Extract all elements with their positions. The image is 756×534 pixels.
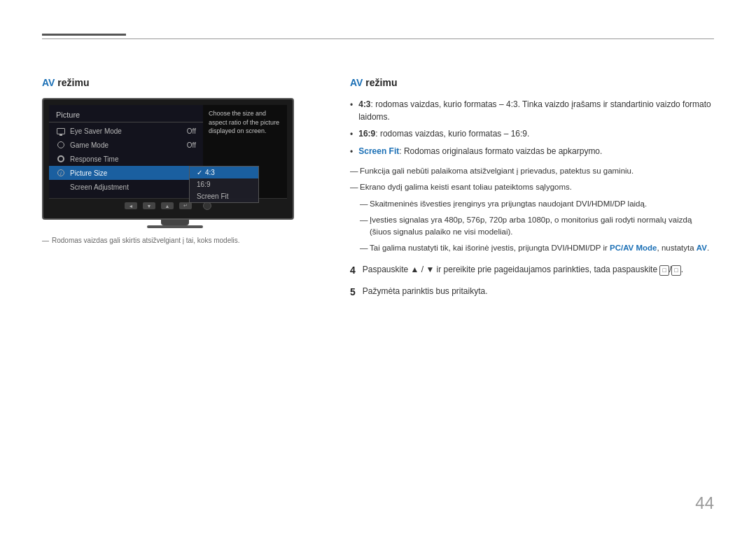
note-text-end: . [707, 244, 709, 252]
osd-item-value: Off [187, 127, 196, 135]
note-line-2: Ekrano dydį galima keisti esant toliau p… [350, 181, 714, 193]
note-text-before: Tai galima nustatyti tik, kai išorinė įv… [370, 244, 610, 252]
note-line-indent-1: Skaitmeninės išvesties įrenginys yra pri… [350, 198, 714, 210]
bullet-body: : rodomas vaizdas, kurio formatas – 16:9… [375, 129, 529, 139]
submenu-label: Screen Fit [197, 192, 229, 200]
note-highlight-av: AV [696, 244, 707, 252]
bullet-item-screenfit: • Screen Fit: Rodomas originalaus format… [350, 145, 714, 158]
osd-item-label: Response Time [70, 155, 118, 163]
bullet-item-43: • 4:3: rodomas vaizdas, kurio formatas –… [350, 98, 714, 123]
submenu-item-screenfit[interactable]: Screen Fit [190, 190, 258, 202]
submenu-item-169[interactable]: 16:9 [190, 178, 258, 190]
osd-menu: Picture Eye Saver Mode Off [49, 105, 203, 198]
step-num-4: 4 [350, 263, 356, 278]
ctrl-down[interactable]: ▼ [143, 202, 155, 209]
bullet-list: • 4:3: rodomas vaizdas, kurio formatas –… [350, 98, 714, 158]
av-label-right: AV [350, 77, 363, 88]
page-container: AV režimu Picture Eye Saver Mode [0, 0, 756, 534]
top-rule [42, 38, 714, 39]
step-num-5: 5 [350, 285, 356, 300]
bullet-dot: • [350, 128, 353, 141]
bullet-body: : rodomas vaizdas, kurio formatas – 4:3.… [358, 99, 711, 122]
ctrl-up[interactable]: ▲ [161, 202, 174, 209]
submenu-label: 4:3 [205, 169, 215, 176]
osd-item-label: Picture Size [70, 169, 107, 177]
left-section-title: AV režimu [42, 77, 308, 88]
bullet-label-bold: 4:3 [358, 99, 370, 109]
osd-item-picture-size[interactable]: i Picture Size ✓ 4:3 16:9 [49, 166, 203, 180]
right-column: AV režimu • 4:3: rodomas vaizdas, kurio … [336, 77, 714, 307]
bullet-text: Screen Fit: Rodomas originalaus formato … [358, 145, 602, 157]
step-row-4: 4 Paspauskite ▲ / ▼ ir pereikite prie pa… [350, 263, 714, 278]
step-text-4: Paspauskite ▲ / ▼ ir pereikite prie page… [363, 263, 683, 276]
check-icon: ✓ [197, 169, 202, 176]
left-column: AV režimu Picture Eye Saver Mode [42, 77, 308, 307]
osd-item-value: Off [187, 141, 196, 149]
bullet-text: 4:3: rodomas vaizdas, kurio formatas – 4… [358, 98, 714, 123]
gear-icon [56, 154, 66, 164]
right-title-suffix: režimu [363, 77, 397, 88]
btn-icon-1: □ [659, 265, 668, 276]
bullet-label-bold-highlight: Screen Fit [358, 146, 399, 156]
submenu-item-43[interactable]: ✓ 4:3 [190, 167, 258, 178]
osd-item-label: Eye Saver Mode [70, 127, 122, 135]
osd-item-label: Game Mode [70, 141, 108, 149]
osd-item-eye-saver[interactable]: Eye Saver Mode Off [49, 124, 203, 138]
note-line-indent-3: Tai galima nustatyti tik, kai išorinė įv… [350, 242, 714, 254]
info-icon: i [56, 168, 66, 178]
note-text-after: , nustatyta [657, 244, 696, 252]
content-area: AV režimu Picture Eye Saver Mode [42, 77, 714, 307]
note-highlight-pcav: PC/AV Mode [610, 244, 657, 252]
bullet-label-bold: 16:9 [358, 129, 375, 139]
submenu-label: 16:9 [197, 181, 210, 188]
ctrl-left[interactable]: ◄ [125, 202, 137, 209]
right-section-title: AV režimu [350, 77, 714, 88]
step-text-5: Pažymėta parinktis bus pritaikyta. [363, 285, 488, 297]
bullet-body: : Rodomas originalaus formato vaizdas be… [399, 146, 602, 156]
top-rule-accent [42, 34, 126, 36]
footnote-text: Rodomas vaizdas gali skirtis atsižvelgia… [52, 237, 239, 244]
bullet-dot: • [350, 146, 353, 158]
brightness-icon [56, 140, 66, 150]
btn-icon-2: □ [671, 265, 680, 276]
step-row-5: 5 Pažymėta parinktis bus pritaikyta. [350, 285, 714, 300]
osd-item-screen-adjustment[interactable]: Screen Adjustment [49, 180, 203, 194]
osd-item-game-mode[interactable]: Game Mode Off [49, 138, 203, 152]
monitor-base [147, 225, 203, 228]
osd-header: Picture [49, 109, 203, 122]
left-title-suffix: režimu [55, 77, 89, 88]
osd-item-response-time[interactable]: Response Time [49, 152, 203, 166]
left-footnote: ― Rodomas vaizdas gali skirtis atsižvelg… [42, 237, 308, 244]
monitor-stand [161, 220, 189, 225]
monitor-screen: Picture Eye Saver Mode Off [49, 105, 287, 198]
monitor-icon [56, 126, 66, 136]
ctrl-enter[interactable]: ↵ [179, 202, 192, 209]
footnote-dash: ― [42, 237, 49, 244]
osd-item-label: Screen Adjustment [70, 183, 129, 191]
osd-submenu: ✓ 4:3 16:9 Screen Fit [189, 166, 259, 203]
monitor-mockup: Picture Eye Saver Mode Off [42, 98, 294, 220]
bullet-item-169: • 16:9: rodomas vaizdas, kurio formatas … [350, 127, 714, 141]
note-line-1: Funkcija gali nebūti palaikoma atsižvelg… [350, 165, 714, 177]
blank-icon [56, 182, 66, 192]
page-number: 44 [695, 493, 714, 513]
note-line-indent-2: Įvesties signalas yra 480p, 576p, 720p a… [350, 214, 714, 239]
bullet-text: 16:9: rodomas vaizdas, kurio formatas – … [358, 127, 529, 140]
bullet-dot: • [350, 99, 353, 111]
av-label-left: AV [42, 77, 55, 88]
